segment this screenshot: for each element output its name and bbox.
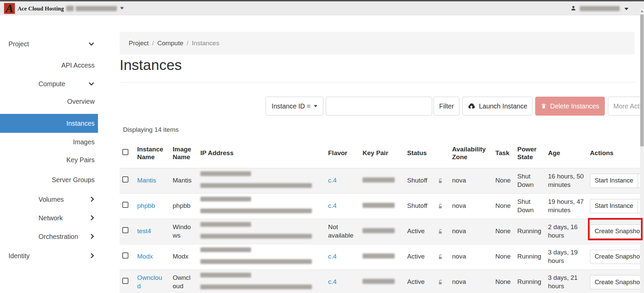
project-switcher-name-redacted[interactable] <box>76 6 117 11</box>
row-checkbox[interactable] <box>122 252 128 259</box>
project-switcher-icon[interactable] <box>66 6 74 11</box>
col-header-status[interactable]: Status <box>405 139 436 168</box>
sidebar-item-label: API Access <box>61 62 95 69</box>
task-cell: None <box>492 269 514 293</box>
status-cell: Active <box>405 244 436 269</box>
redacted-ip-line <box>200 247 251 252</box>
scrollbar-up-arrow[interactable] <box>640 8 644 14</box>
sidebar-item-overview[interactable]: Overview <box>0 94 98 109</box>
task-cell: None <box>492 168 514 193</box>
row-checkbox[interactable] <box>122 176 128 182</box>
user-name-redacted <box>580 6 620 11</box>
age-cell: 3 days, 19 hours <box>545 244 587 269</box>
flavor-link[interactable]: c.4 <box>328 253 337 260</box>
redacted-key-pair <box>363 279 395 284</box>
col-header-image-name[interactable]: Image Name <box>171 139 199 168</box>
filter-button-label: Filter <box>439 102 454 110</box>
sidebar-item-project[interactable]: Project <box>0 36 98 51</box>
availability-zone-cell: nova <box>451 219 492 244</box>
flavor-link[interactable]: c.4 <box>328 202 337 209</box>
redacted-key-pair <box>363 203 395 208</box>
row-checkbox[interactable] <box>122 227 128 233</box>
status-cell: Active <box>405 219 436 244</box>
task-cell: None <box>492 244 514 269</box>
chevron-right-icon <box>89 253 94 259</box>
availability-zone-cell: nova <box>451 244 492 269</box>
start-instance-button[interactable]: Start Instance <box>590 174 638 188</box>
more-actions-label: More Actions <box>613 102 644 110</box>
sidebar-item-server-groups[interactable]: Server Groups <box>0 172 98 187</box>
sidebar-nav: Project API Access Compute Overview Inst… <box>0 15 98 293</box>
breadcrumb-link-compute[interactable]: Compute <box>157 40 183 47</box>
user-icon <box>570 5 576 11</box>
instance-link[interactable]: Owncloud <box>137 274 162 290</box>
ip-address-cell <box>199 193 326 219</box>
col-header-age[interactable]: Age <box>545 139 587 168</box>
actions-cell: Start Instance <box>587 193 644 219</box>
cloud-upload-icon <box>467 103 475 109</box>
create-snapshot-button[interactable]: Create Snapshot <box>590 275 644 289</box>
sidebar-item-volumes[interactable]: Volumes <box>0 192 98 207</box>
age-cell: 19 hours, 47 minutes <box>545 193 587 219</box>
scrollbar[interactable] <box>640 8 644 293</box>
col-header-availability-zone[interactable]: Availability Zone <box>451 139 492 168</box>
redacted-key-pair <box>363 177 395 182</box>
flavor-link[interactable]: c.4 <box>328 177 337 184</box>
select-all-checkbox[interactable] <box>122 149 128 155</box>
col-header-key-pair[interactable]: Key Pair <box>360 139 405 168</box>
sidebar-item-api-access[interactable]: API Access <box>0 58 98 73</box>
sidebar-item-key-pairs[interactable]: Key Pairs <box>0 152 98 167</box>
sidebar-item-images[interactable]: Images <box>0 135 98 149</box>
table-row-phpbb: phpbb phpbb c.4 Shutoff nova None Shut D… <box>120 193 644 219</box>
sidebar-item-label: Compute <box>39 80 65 88</box>
sidebar-item-network[interactable]: Network <box>0 211 98 225</box>
create-snapshot-button[interactable]: Create Snapshot <box>590 224 644 239</box>
instance-link[interactable]: Modx <box>137 253 153 260</box>
col-header-flavor[interactable]: Flavor <box>326 139 360 168</box>
instance-link[interactable]: phpbb <box>137 202 155 209</box>
filter-button[interactable]: Filter <box>434 97 460 116</box>
table-row-owncloud: Owncloud Owncloud c.4 Active nova None R… <box>120 269 644 293</box>
breadcrumb-current: Instances <box>192 40 219 47</box>
flavor-link[interactable]: c.4 <box>328 278 337 285</box>
top-navbar: A Ace Cloud Hosting <box>0 1 644 15</box>
delete-instances-button[interactable]: Delete Instances <box>535 97 605 116</box>
col-header-power-state[interactable]: Power State <box>514 139 545 168</box>
instance-link[interactable]: Mantis <box>137 177 156 184</box>
sidebar-item-instances[interactable]: Instances <box>0 114 98 133</box>
table-header-row: Instance Name Image Name IP Address Flav… <box>120 139 644 168</box>
table-row-test4: test4 Windows Not available Active nova … <box>120 219 644 244</box>
actions-cell: Create Snapshot <box>587 219 644 244</box>
table-row-mantis: Mantis Mantis c.4 Shutoff nova None Shut… <box>120 168 644 193</box>
create-snapshot-button[interactable]: Create Snapshot <box>590 250 644 264</box>
start-instance-button[interactable]: Start Instance <box>590 199 638 213</box>
more-actions-button[interactable]: More Actions <box>608 97 644 116</box>
breadcrumb-link-project[interactable]: Project <box>129 40 149 47</box>
col-header-ip-address[interactable]: IP Address <box>199 139 326 168</box>
instance-link[interactable]: test4 <box>137 227 151 235</box>
row-checkbox[interactable] <box>122 278 128 284</box>
launch-instance-button[interactable]: Launch Instance <box>462 97 532 116</box>
user-menu[interactable] <box>569 4 635 14</box>
breadcrumb: Project / Compute / Instances <box>120 32 635 54</box>
status-cell: Shutoff <box>405 168 436 193</box>
brand-logo[interactable]: A <box>4 3 15 14</box>
title-divider <box>120 82 635 82</box>
sidebar-item-label: Images <box>73 138 95 146</box>
scrollbar-thumb[interactable] <box>640 15 644 146</box>
filter-search-input[interactable] <box>326 97 432 116</box>
brand-name: Ace Cloud Hosting <box>18 5 64 12</box>
sidebar-item-label: Network <box>39 214 63 222</box>
redacted-ip-line <box>200 222 251 227</box>
col-header-task[interactable]: Task <box>492 139 514 168</box>
sidebar-item-label: Key Pairs <box>67 156 95 164</box>
filter-field-select[interactable]: Instance ID = <box>266 97 323 116</box>
image-name-cell: Mantis <box>171 168 199 193</box>
sidebar-item-compute[interactable]: Compute <box>0 76 98 91</box>
row-checkbox[interactable] <box>122 202 128 208</box>
project-switcher-caret-icon[interactable] <box>120 7 124 9</box>
sidebar-item-orchestration[interactable]: Orchestration <box>0 229 98 244</box>
col-header-instance-name[interactable]: Instance Name <box>136 139 171 168</box>
sidebar-item-identity[interactable]: Identity <box>0 248 98 263</box>
flavor-cell: Not available <box>326 219 360 244</box>
